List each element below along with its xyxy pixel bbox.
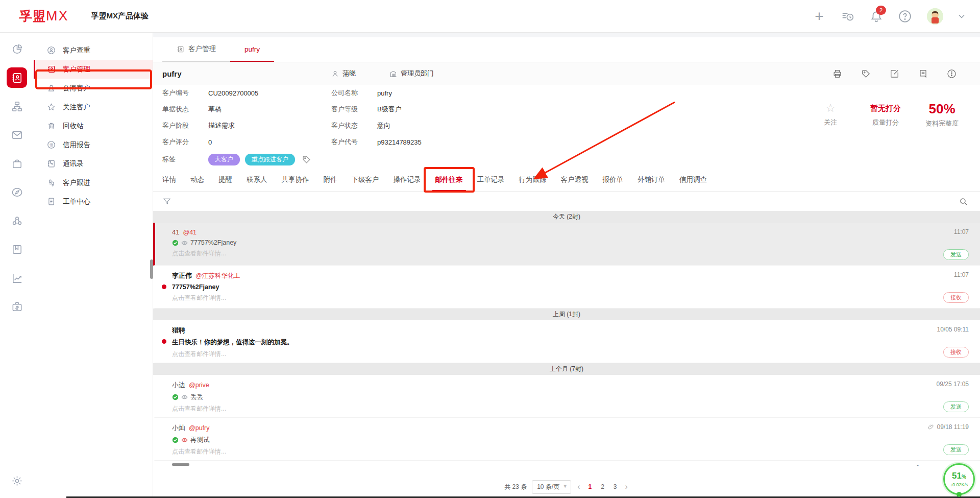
detail-tab-下级客户[interactable]: 下级客户: [345, 169, 386, 191]
page-number-3[interactable]: 3: [611, 483, 619, 490]
page-number-1[interactable]: 1: [586, 483, 594, 490]
pagination: 共 23 条 10 条/页▼ ‹ 123 ›: [153, 476, 980, 498]
email-row[interactable]: 小边@prive丢丢点击查看邮件详情...09/25 17:05发送: [153, 375, 980, 418]
completeness-block: 50% 资料完整度: [925, 102, 959, 128]
sidebar-item-客户查重[interactable]: 客户查重: [34, 41, 153, 60]
page-size-select[interactable]: 10 条/页▼: [532, 480, 571, 494]
customer-name: pufry: [162, 69, 331, 78]
detail-tab-附件[interactable]: 附件: [316, 169, 345, 191]
email-row[interactable]: 41@4177757%2Fjaney点击查看邮件详情...11:07发送: [153, 223, 980, 266]
filter-row: [153, 192, 980, 211]
detail-tab-客户透视[interactable]: 客户透视: [554, 169, 596, 191]
detail-tab-联系人[interactable]: 联系人: [239, 169, 275, 191]
department-icon: [389, 70, 397, 78]
customer-card-icon: [47, 65, 56, 74]
email-subject: 丢丢: [190, 393, 203, 401]
chevron-down-icon[interactable]: [959, 14, 965, 18]
prev-page-icon[interactable]: ‹: [576, 482, 581, 491]
mail-icon[interactable]: [7, 125, 27, 145]
sidebar-item-客户跟进[interactable]: 客户跟进: [34, 173, 153, 192]
network-speed-value: ↓0.02K/s: [950, 482, 968, 487]
email-row-clipped[interactable]: -: [153, 461, 980, 466]
detail-tab-操作记录[interactable]: 操作记录: [386, 169, 428, 191]
filter-funnel-icon[interactable]: [163, 197, 171, 205]
detail-tab-信用调查[interactable]: 信用调查: [672, 169, 714, 191]
report-chart-icon[interactable]: [7, 268, 27, 288]
detail-tab-报价单[interactable]: 报价单: [596, 169, 631, 191]
doc-tab-客户管理[interactable]: 客户管理: [162, 37, 230, 62]
dashboard-pie-icon[interactable]: [7, 39, 27, 59]
detail-tab-共享协作[interactable]: 共享协作: [275, 169, 316, 191]
detail-tab-工单记录[interactable]: 工单记录: [470, 169, 512, 191]
orders-bag-icon[interactable]: [7, 153, 27, 174]
next-page-icon[interactable]: ›: [624, 482, 629, 491]
field-单据状态: 单据状态草稿: [162, 101, 331, 117]
email-group-header: 上个月 (7封): [153, 363, 980, 375]
doc-tab-pufry[interactable]: pufry: [230, 37, 274, 62]
sidebar-item-客户管理[interactable]: 客户管理: [34, 60, 153, 79]
topbar: 孚盟MX 孚盟MX产品体验 + 2: [0, 0, 980, 33]
help-icon[interactable]: [898, 10, 912, 23]
sidebar-item-公海客户[interactable]: 公海客户: [34, 79, 153, 98]
field-客户代号: 客户代号p93214789235: [331, 134, 980, 150]
follow-star-icon[interactable]: ☆: [815, 102, 846, 114]
edit-icon[interactable]: [890, 69, 899, 79]
email-time: 11:07: [954, 228, 969, 235]
detail-tab-行为跟踪[interactable]: 行为跟踪: [512, 169, 554, 191]
person-icon: [331, 70, 339, 78]
document-tabs: 客户管理pufry: [153, 37, 980, 62]
finance-case-icon[interactable]: [7, 296, 27, 317]
knowledge-book-icon[interactable]: [7, 239, 27, 259]
sidebar-item-信用报告[interactable]: 信信用报告: [34, 135, 153, 154]
customer-summary: ☆ 关注 暂无打分 质量打分 50% 资料完整度: [815, 102, 959, 128]
customer-header: pufry 蒲晓 管理员部门: [153, 62, 980, 85]
email-subject: 77757%2Fjaney: [172, 283, 219, 291]
detail-tab-提醒[interactable]: 提醒: [211, 169, 239, 191]
notifications-bell-icon[interactable]: 2: [870, 10, 883, 23]
org-structure-icon[interactable]: [7, 96, 27, 116]
tag-icon[interactable]: [861, 69, 871, 79]
detail-tab-外销订单[interactable]: 外销订单: [630, 169, 672, 191]
add-tag-icon[interactable]: [302, 155, 311, 164]
sidebar-item-关注客户[interactable]: 关注客户: [34, 98, 153, 116]
main-top-strip: [153, 33, 980, 37]
print-icon[interactable]: [832, 69, 842, 79]
history-icon[interactable]: [841, 10, 854, 23]
email-preview: 点击查看邮件详情...: [172, 294, 969, 302]
email-sender: 李正伟: [172, 271, 192, 280]
email-row[interactable]: 李正伟@江苏科华化工77757%2Fjaney点击查看邮件详情...11:07接…: [153, 266, 980, 309]
tag-badge[interactable]: 重点跟进客户: [245, 154, 295, 165]
eye-icon: [181, 394, 188, 400]
sidebar-item-通讯录[interactable]: 通讯录: [34, 154, 153, 173]
detail-tab-详情[interactable]: 详情: [162, 169, 183, 191]
search-icon[interactable]: [959, 197, 968, 206]
sidebar: 客户查重客户管理公海客户关注客户回收站信信用报告通讯录客户跟进工单中心: [34, 33, 153, 498]
note-icon[interactable]: [918, 69, 928, 79]
email-mention: @prive: [189, 382, 209, 389]
sidebar-item-工单中心[interactable]: 工单中心: [34, 192, 153, 211]
tag-badge[interactable]: 大客户: [208, 154, 240, 165]
email-row[interactable]: 小灿@pufry再测试点击查看邮件详情...09/18 11:19发送: [153, 418, 980, 461]
network-speed-indicator[interactable]: 51% ↓0.02K/s: [943, 463, 975, 495]
detail-tab-邮件往来[interactable]: 邮件往来: [428, 169, 470, 191]
svg-text:信: 信: [50, 143, 54, 147]
quality-score-block[interactable]: 暂无打分 质量打分: [870, 102, 901, 128]
add-icon[interactable]: +: [813, 10, 826, 23]
sidebar-item-回收站[interactable]: 回收站: [34, 116, 153, 135]
email-row[interactable]: 猎聘生日快乐！你的梦想，值得这一刻的加冕。点击查看邮件详情...10/05 09…: [153, 320, 980, 363]
app-logo: 孚盟MX: [19, 8, 69, 25]
more-icon[interactable]: [947, 69, 957, 79]
email-sender: 猎聘: [172, 326, 185, 335]
settings-gear-icon[interactable]: [7, 470, 27, 491]
detail-tab-动态[interactable]: 动态: [183, 169, 211, 191]
follow-block[interactable]: ☆ 关注: [815, 102, 846, 128]
discover-compass-icon[interactable]: [7, 182, 27, 202]
page-number-2[interactable]: 2: [599, 483, 606, 490]
star-icon: [47, 103, 56, 111]
collaboration-icon[interactable]: [7, 210, 27, 231]
panel-collapse-handle[interactable]: [150, 259, 153, 279]
user-avatar[interactable]: [927, 8, 943, 25]
field-客户阶段: 客户阶段描述需求: [162, 117, 331, 134]
phonebook-icon: [47, 159, 56, 168]
customer-book-icon[interactable]: [7, 67, 27, 88]
